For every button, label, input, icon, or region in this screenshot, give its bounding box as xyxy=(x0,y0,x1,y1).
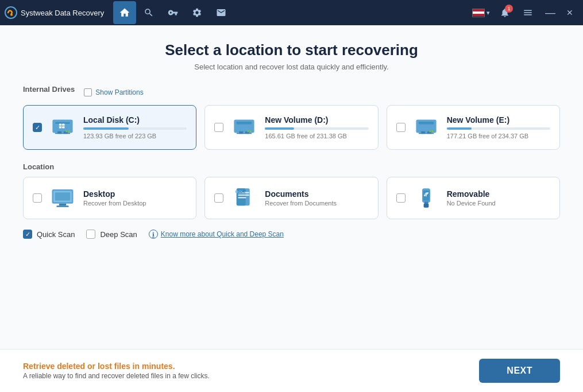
desktop-name: Desktop xyxy=(83,189,146,199)
svg-point-46 xyxy=(427,192,428,194)
location-label: Location xyxy=(23,162,560,171)
svg-rect-36 xyxy=(238,197,246,198)
svg-point-12 xyxy=(65,130,68,133)
svg-rect-8 xyxy=(62,124,64,126)
removable-checkbox[interactable] xyxy=(396,193,406,203)
svg-point-25 xyxy=(431,130,434,133)
footer-title: Retrieve deleted or lost files in minute… xyxy=(23,362,210,371)
location-card-documents[interactable]: DOC Documents Recover from Documents xyxy=(204,177,378,219)
app-logo: Systweak Data Recovery xyxy=(5,6,104,19)
documents-name: Documents xyxy=(265,189,337,199)
show-partitions-toggle[interactable]: Show Partitions xyxy=(84,88,143,96)
svg-rect-42 xyxy=(423,204,428,208)
desktop-icon xyxy=(50,185,75,211)
internal-drives-label: Internal Drives xyxy=(23,85,75,94)
quick-scan-option[interactable]: ✓ Quick Scan xyxy=(23,230,75,239)
drive-card-d[interactable]: New Volume (D:) 165.61 GB free of 231.38… xyxy=(204,105,378,150)
svg-point-18 xyxy=(250,130,252,133)
removable-icon xyxy=(414,185,439,211)
drive-c-name: Local Disk (C:) xyxy=(83,115,187,125)
svg-rect-9 xyxy=(59,126,61,129)
svg-rect-31 xyxy=(55,192,70,200)
drive-e-checkbox[interactable] xyxy=(396,123,406,132)
drive-c-size: 123.93 GB free of 223 GB xyxy=(83,133,187,139)
quick-scan-label: Quick Scan xyxy=(37,230,75,239)
notifications-button[interactable]: 1 xyxy=(496,3,514,22)
hamburger-menu[interactable] xyxy=(516,1,539,24)
documents-icon: DOC xyxy=(231,185,257,211)
drives-grid: ✓ L xyxy=(23,105,560,150)
location-grid: Desktop Recover from Desktop DOC Docume xyxy=(23,177,560,219)
info-icon: ℹ xyxy=(149,230,158,239)
drive-d-checkbox[interactable] xyxy=(214,123,223,132)
nav-settings[interactable] xyxy=(186,1,209,24)
drive-d-info: New Volume (D:) 165.61 GB free of 231.38… xyxy=(265,115,368,139)
notification-badge: 1 xyxy=(505,5,513,13)
show-partitions-checkbox[interactable] xyxy=(84,88,92,96)
titlebar-nav xyxy=(113,1,469,24)
svg-point-19 xyxy=(248,130,250,133)
svg-rect-6 xyxy=(55,133,70,134)
minimize-button[interactable]: — xyxy=(542,4,559,21)
svg-rect-14 xyxy=(237,122,252,124)
drive-e-size: 177.21 GB free of 234.37 GB xyxy=(447,133,550,139)
svg-rect-10 xyxy=(62,126,64,129)
removable-sub: No Device Found xyxy=(447,200,496,207)
svg-point-11 xyxy=(68,130,71,133)
desktop-checkbox[interactable] xyxy=(33,193,42,203)
drive-d-size: 165.61 GB free of 231.38 GB xyxy=(265,133,368,139)
drive-e-info: New Volume (E:) 177.21 GB free of 234.37… xyxy=(447,115,550,139)
nav-mail[interactable] xyxy=(210,1,233,24)
svg-point-26 xyxy=(429,130,431,133)
desktop-info: Desktop Recover from Desktop xyxy=(83,189,146,207)
next-button[interactable]: NEXT xyxy=(479,359,560,383)
drive-card-c[interactable]: ✓ L xyxy=(23,105,196,150)
footer: Retrieve deleted or lost files in minute… xyxy=(0,349,583,392)
deep-scan-option[interactable]: Deep Scan xyxy=(86,230,137,239)
nav-home[interactable] xyxy=(113,1,136,24)
main-content: Select a location to start recovering Se… xyxy=(0,25,583,349)
documents-checkbox[interactable] xyxy=(214,193,223,203)
deep-scan-label: Deep Scan xyxy=(100,230,137,239)
svg-rect-17 xyxy=(237,133,252,134)
svg-point-45 xyxy=(424,195,426,196)
drive-d-icon xyxy=(231,114,257,141)
svg-rect-29 xyxy=(59,204,66,206)
location-card-removable[interactable]: Removable No Device Found xyxy=(387,177,560,219)
page-header: Select a location to start recovering Se… xyxy=(23,41,560,71)
footer-subtitle: A reliable way to find and recover delet… xyxy=(23,372,210,380)
svg-point-0 xyxy=(5,7,17,18)
drive-c-checkbox[interactable]: ✓ xyxy=(33,123,42,132)
internal-drives-header: Internal Drives Show Partitions xyxy=(23,85,560,99)
drive-e-name: New Volume (E:) xyxy=(447,115,550,125)
logo-icon xyxy=(5,6,17,19)
location-card-desktop[interactable]: Desktop Recover from Desktop xyxy=(23,177,196,219)
drive-d-name: New Volume (D:) xyxy=(265,115,368,125)
svg-rect-24 xyxy=(418,133,433,134)
quick-scan-checkbox[interactable]: ✓ xyxy=(23,230,32,239)
scan-options: ✓ Quick Scan Deep Scan ℹ Know more about… xyxy=(23,230,560,239)
svg-rect-35 xyxy=(238,195,249,196)
close-button[interactable]: ✕ xyxy=(561,4,578,21)
svg-rect-7 xyxy=(59,124,61,126)
page-subtitle: Select location and recover lost data qu… xyxy=(23,63,560,71)
svg-rect-30 xyxy=(56,205,68,207)
drive-card-e[interactable]: New Volume (E:) 177.21 GB free of 234.37… xyxy=(387,105,560,150)
drive-e-icon xyxy=(414,114,439,141)
page-title: Select a location to start recovering xyxy=(23,41,560,59)
nav-key[interactable] xyxy=(161,1,184,24)
deep-scan-checkbox[interactable] xyxy=(86,230,95,239)
titlebar-right: ▾ 1 — ✕ xyxy=(469,1,578,24)
language-selector[interactable]: ▾ xyxy=(469,6,493,20)
drive-c-info: Local Disk (C:) 123.93 GB free of 223 GB xyxy=(83,115,187,139)
nav-search[interactable] xyxy=(137,1,160,24)
titlebar: Systweak Data Recovery xyxy=(0,0,583,25)
know-more-link[interactable]: ℹ Know more about Quick and Deep Scan xyxy=(149,230,284,239)
desktop-sub: Recover from Desktop xyxy=(83,200,146,207)
svg-text:DOC: DOC xyxy=(238,189,246,193)
svg-rect-21 xyxy=(418,122,433,124)
footer-left: Retrieve deleted or lost files in minute… xyxy=(23,362,210,380)
drive-c-icon xyxy=(50,114,75,141)
documents-sub: Recover from Documents xyxy=(265,200,337,207)
documents-info: Documents Recover from Documents xyxy=(265,189,337,207)
